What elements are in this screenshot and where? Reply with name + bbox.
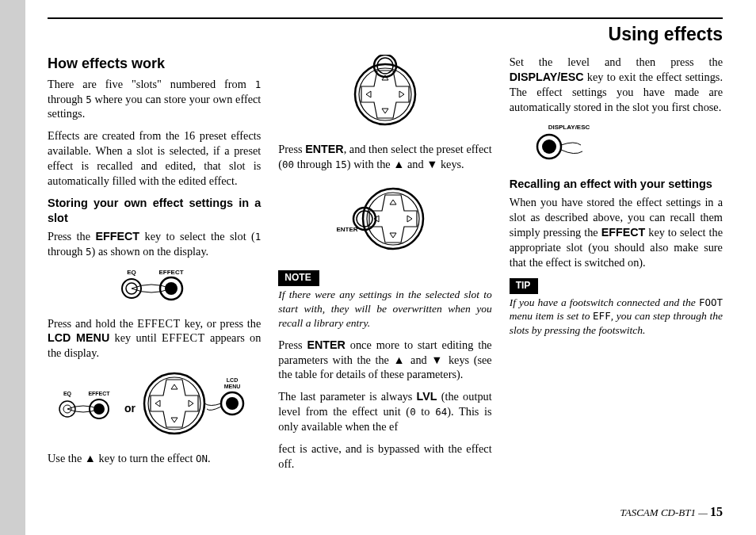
dpad-enter-icon: ENTER xyxy=(330,179,441,258)
figure-dpad-enter: ENTER xyxy=(278,179,491,262)
svg-point-9 xyxy=(94,403,105,415)
note-block: NOTE If there were any settings in the s… xyxy=(278,269,491,330)
page-footer: TASCAM CD-BT1 — 15 xyxy=(620,505,723,519)
svg-point-28 xyxy=(542,139,556,154)
eq-effect-icon: EQ EFFECT xyxy=(111,266,198,304)
figure-display-esc: DISPLAY/ESC xyxy=(510,121,723,169)
page-title: Using effects xyxy=(48,24,723,45)
display-esc-icon: DISPLAY/ESC xyxy=(525,121,620,165)
note-text: If there were any settings in the select… xyxy=(278,288,491,330)
svg-text:EFFECT: EFFECT xyxy=(88,391,110,396)
paragraph: Press ENTER once more to start editing t… xyxy=(278,338,491,383)
top-rule xyxy=(48,17,723,19)
paragraph: Set the level and then press the DISPLAY… xyxy=(510,55,723,114)
paragraph: The last parameter is always LVL (the ou… xyxy=(278,389,491,434)
paragraph: Press and hold the EFFECT key, or press … xyxy=(48,316,261,361)
effect-label: EFFECT xyxy=(158,269,183,276)
tip-block: TIP If you have a footswitch connected a… xyxy=(510,277,723,338)
page-number: 15 xyxy=(710,505,723,518)
figure-eq-effect: EQ EFFECT xyxy=(48,266,261,308)
svg-point-16 xyxy=(226,397,239,410)
paragraph: Use the ▲ key to turn the effect ON. xyxy=(48,451,261,466)
svg-text:DISPLAY/ESC: DISPLAY/ESC xyxy=(548,124,590,131)
section-heading: How effects work xyxy=(48,55,261,74)
tip-text: If you have a footswitch connected and t… xyxy=(510,296,723,338)
paragraph: Press the EFFECT key to select the slot … xyxy=(48,229,261,259)
svg-text:ENTER: ENTER xyxy=(336,226,357,233)
paragraph: Press ENTER, and then select the preset … xyxy=(278,142,491,172)
up-arrow-icon: ▲ xyxy=(393,158,404,170)
svg-text:EQ: EQ xyxy=(63,391,72,397)
down-arrow-icon: ▼ xyxy=(431,353,444,366)
dpad-up-icon xyxy=(338,55,433,130)
footer-product: TASCAM CD-BT1 — xyxy=(620,506,710,518)
paragraph: When you have stored the effect settings… xyxy=(510,195,723,269)
tip-label: TIP xyxy=(510,278,539,294)
svg-point-3 xyxy=(165,282,178,295)
svg-text:or: or xyxy=(124,402,136,415)
subhead-recalling: Recalling an effect with your settings xyxy=(510,177,723,192)
manual-page: Using effects How effects work There are… xyxy=(25,0,756,535)
figure-dpad-up xyxy=(278,55,491,134)
svg-text:LCD: LCD xyxy=(226,377,237,383)
paragraph: There are five "slots" numbered from 1 t… xyxy=(48,77,261,122)
figure-effect-or-dpad: EQ EFFECT or xyxy=(48,368,261,443)
paragraph: Effects are created from the 16 preset e… xyxy=(48,128,261,188)
effect-or-dpad-icon: EQ EFFECT or xyxy=(52,368,258,439)
svg-text:MENU: MENU xyxy=(223,384,240,389)
paragraph: fect is active, and is bypassed with the… xyxy=(278,441,491,472)
eq-label: EQ xyxy=(127,269,136,276)
subhead-storing: Storing your own effect settings in a sl… xyxy=(48,196,261,226)
up-arrow-icon: ▲ xyxy=(393,353,406,366)
down-arrow-icon: ▼ xyxy=(426,158,437,170)
note-label: NOTE xyxy=(278,270,319,286)
body-columns: How effects work There are five "slots" … xyxy=(48,55,723,492)
up-arrow-icon: ▲ xyxy=(85,452,96,464)
